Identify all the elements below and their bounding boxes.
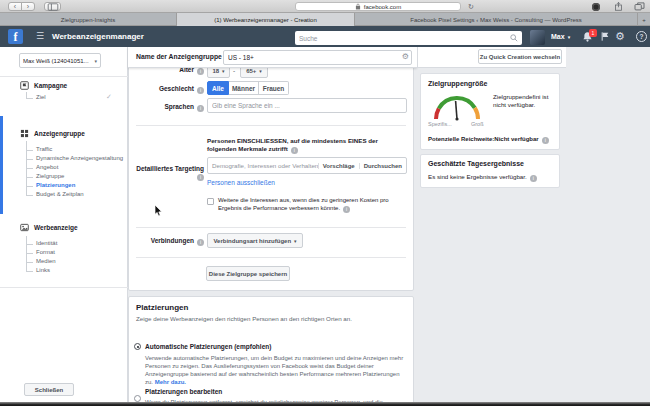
browser-forward-button[interactable]: › — [21, 2, 35, 11]
address-bar[interactable]: facebook.com — [295, 2, 461, 11]
edit-placements-radio[interactable] — [134, 395, 141, 402]
auto-placements-label[interactable]: Automatische Platzierungen (empfohlen) — [145, 343, 271, 350]
account-selector[interactable]: Max Weiß (124041051... ▾ — [19, 53, 101, 68]
language-input[interactable] — [207, 98, 407, 113]
tree-tick — [26, 159, 33, 160]
check-icon: ✓ — [106, 93, 112, 101]
sidebar-item-dynamische-anzeigengestaltung[interactable]: Dynamische Anzeigengestaltung — [36, 155, 123, 161]
info-icon[interactable] — [197, 105, 204, 112]
menu-icon[interactable]: ☰ — [36, 31, 44, 41]
audience-gauge — [428, 92, 486, 123]
adset-name-label: Name der Anzeigengruppe — [136, 53, 232, 62]
new-tab-button[interactable]: + — [638, 13, 650, 26]
chevron-down-icon: ▾ — [222, 68, 225, 74]
save-audience-button[interactable]: Diese Zielgruppe speichern — [206, 266, 290, 281]
expand-interests-checkbox[interactable] — [207, 198, 214, 205]
tab-overview-icon[interactable] — [634, 2, 645, 12]
tab-werbeanzeigenmanager[interactable]: (1) Werbeanzeigenmanager - Creation — [177, 13, 355, 26]
browser-back-button[interactable]: ‹ — [8, 2, 22, 11]
gauge-left-label: Spezifis... — [428, 121, 452, 127]
ad-icon — [20, 223, 29, 233]
field-gear-icon[interactable]: ⚙ — [402, 52, 409, 61]
user-menu[interactable]: Max▾ — [551, 33, 570, 40]
connections-label: Verbindungen — [128, 237, 204, 246]
info-icon[interactable] — [197, 87, 204, 94]
lock-icon — [355, 3, 361, 10]
audience-status-text: Zielgruppendefini ist nicht verfügbar. — [493, 93, 555, 109]
info-icon[interactable] — [197, 174, 204, 181]
adset-name-input[interactable] — [223, 50, 412, 65]
info-icon[interactable] — [343, 206, 350, 213]
adset-name-field-wrap: ⚙ — [223, 50, 412, 65]
app-title: Werbeanzeigenmanager — [52, 32, 144, 41]
exclude-people-link[interactable]: Personen ausschließen — [207, 179, 275, 186]
sidebar-divider — [0, 287, 128, 288]
forward-icon: › — [27, 3, 29, 10]
browser-tab-bar: Zielgruppen-Insights (1) Werbeanzeigenma… — [0, 13, 650, 26]
tree-tick — [26, 195, 33, 196]
settings-gear-icon[interactable]: ⚙ — [615, 30, 625, 43]
gender-label: Geschlecht — [128, 85, 204, 94]
gender-option-alle[interactable]: Alle — [207, 81, 229, 95]
url-text: facebook.com — [364, 4, 401, 10]
search-icon[interactable] — [510, 34, 518, 43]
auto-placements-radio[interactable] — [134, 343, 141, 350]
avatar[interactable] — [530, 30, 545, 45]
quick-creation-button[interactable]: Zu Quick Creation wechseln — [478, 49, 562, 64]
sidebar-item-angebot[interactable]: Angebot — [36, 164, 58, 170]
sidebar-item-traffic[interactable]: Traffic — [36, 146, 52, 152]
gender-option-maenner[interactable]: Männer — [229, 81, 259, 95]
sidebar-item-ziel[interactable]: Ziel — [36, 94, 46, 100]
sidebar-item-zielgruppe[interactable]: Zielgruppe — [36, 173, 64, 179]
sidebar-section-werbeanzeige: Werbeanzeige — [34, 224, 78, 231]
sidebar-item-budget-zeitplan[interactable]: Budget & Zeitplan — [36, 191, 84, 197]
help-button[interactable]: ? — [636, 31, 647, 42]
targeting-placeholder: Demografie, Interessen oder Verhaltens..… — [212, 162, 318, 169]
search-box[interactable] — [295, 31, 522, 45]
tree-tick — [26, 244, 33, 245]
tab-facebook-pixel-settings[interactable]: Facebook Pixel Settings ‹ Max Weiss - Co… — [355, 13, 638, 26]
info-icon[interactable] — [197, 68, 204, 75]
sidebar-item-identitaet[interactable]: Identität — [36, 240, 57, 246]
sidebar-item-medien[interactable]: Medien — [36, 258, 56, 264]
close-button[interactable]: Schließen — [24, 383, 74, 396]
plus-icon: + — [642, 17, 646, 23]
search-input[interactable] — [295, 31, 522, 45]
pages-feed-button[interactable] — [600, 31, 610, 43]
sidebar-item-format[interactable]: Format — [36, 249, 55, 255]
reload-icon[interactable]: ↻ — [468, 3, 474, 11]
targeting-label: Detailliertes Targeting — [128, 165, 204, 181]
add-connection-type-button[interactable]: Verbindungsart hinzufügen▾ — [207, 233, 303, 248]
extension-icon[interactable] — [592, 3, 600, 11]
audience-size-card: Zielgruppengröße Spezifis... Groß Zielgr… — [420, 73, 560, 150]
notification-badge: 1 — [589, 29, 597, 37]
edit-placements-label[interactable]: Platzierungen bearbeiten — [145, 388, 222, 395]
info-icon[interactable] — [291, 147, 298, 154]
tab-zielgruppen-insights[interactable]: Zielgruppen-Insights — [0, 13, 177, 26]
targeting-include-text: Personen EINSCHLIESSEN, auf die mindeste… — [207, 137, 405, 154]
targeting-search-field[interactable]: Demografie, Interessen oder Verhaltens..… — [207, 157, 407, 174]
flag-icon — [600, 31, 610, 42]
share-icon[interactable] — [614, 1, 623, 13]
placements-title: Platzierungen — [136, 303, 188, 312]
info-icon[interactable] — [530, 175, 537, 182]
active-section-bar — [0, 116, 3, 214]
expand-interests-text: Weitere die Interessen aus, wenn dies zu… — [218, 196, 408, 213]
browser-sidebar-toggle[interactable] — [44, 2, 61, 11]
sidebar-item-links[interactable]: Links — [36, 267, 50, 273]
info-icon[interactable] — [542, 137, 549, 144]
daily-results-title: Geschätzte Tagesergebnisse — [428, 160, 524, 167]
chevron-down-icon: ▾ — [294, 238, 297, 244]
facebook-logo[interactable]: f — [8, 29, 23, 44]
info-icon[interactable] — [197, 239, 204, 246]
browse-link[interactable]: Durchsuchen — [359, 163, 402, 169]
auto-placements-description: Verwende automatische Platzierungen, um … — [145, 354, 407, 386]
tree-tick — [26, 150, 33, 151]
suggestions-link[interactable]: Vorschläge — [318, 163, 355, 169]
notifications-button[interactable]: 1 — [582, 31, 593, 44]
chevron-down-icon: ▾ — [94, 58, 97, 64]
gender-option-frauen[interactable]: Frauen — [259, 81, 289, 95]
learn-more-link[interactable]: Mehr dazu. — [155, 379, 186, 385]
sidebar-item-platzierungen[interactable]: Platzierungen — [36, 182, 75, 188]
campaign-icon — [20, 81, 29, 91]
